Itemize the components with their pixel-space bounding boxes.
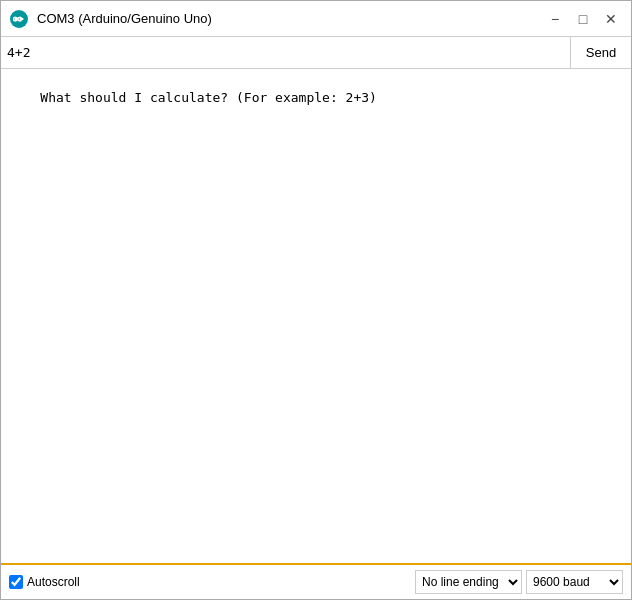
status-bar-right: No line ending Newline Carriage return B…	[415, 570, 623, 594]
arduino-serial-monitor-window: COM3 (Arduino/Genuino Uno) − □ ✕ Send Wh…	[0, 0, 632, 600]
serial-input-bar: Send	[1, 37, 631, 69]
close-button[interactable]: ✕	[599, 7, 623, 31]
autoscroll-label: Autoscroll	[27, 575, 80, 589]
autoscroll-control: Autoscroll	[9, 575, 415, 589]
arduino-icon	[9, 9, 29, 29]
title-bar-controls: − □ ✕	[543, 7, 623, 31]
baud-rate-select[interactable]: 300 baud 1200 baud 2400 baud 4800 baud 9…	[526, 570, 623, 594]
minimize-button[interactable]: −	[543, 7, 567, 31]
status-bar: Autoscroll No line ending Newline Carria…	[1, 563, 631, 599]
send-button[interactable]: Send	[571, 37, 631, 68]
serial-message-input[interactable]	[1, 37, 571, 68]
maximize-button[interactable]: □	[571, 7, 595, 31]
autoscroll-checkbox[interactable]	[9, 575, 23, 589]
title-bar: COM3 (Arduino/Genuino Uno) − □ ✕	[1, 1, 631, 37]
serial-output-text: What should I calculate? (For example: 2…	[40, 90, 377, 105]
window-title: COM3 (Arduino/Genuino Uno)	[37, 11, 543, 26]
svg-point-0	[10, 10, 28, 28]
serial-output-area: What should I calculate? (For example: 2…	[1, 69, 631, 563]
line-ending-select[interactable]: No line ending Newline Carriage return B…	[415, 570, 522, 594]
